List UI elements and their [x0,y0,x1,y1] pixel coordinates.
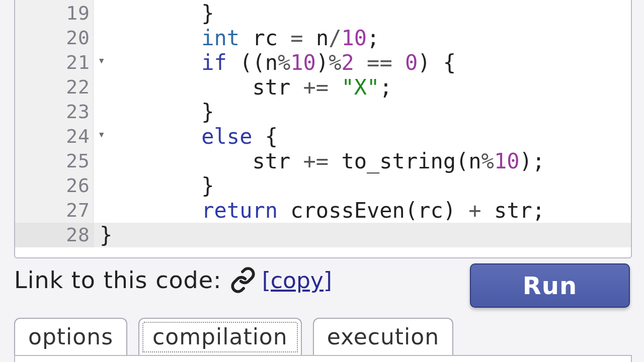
line-number: 22 [15,75,93,100]
editor-code-area[interactable]: return str; } int rc = n/10; if ((n%10)%… [94,0,631,247]
tab-compilation[interactable]: compilation [138,318,302,356]
tab-options[interactable]: options [14,318,127,356]
line-number: 26 [15,173,93,198]
line-number: 23 [15,100,93,124]
line-number: 25 [15,149,93,173]
code-line[interactable]: } [100,173,631,198]
code-editor[interactable]: 18192021▾222324▾25262728 return str; } i… [14,0,632,258]
code-line[interactable]: return crossEven(rc) + str; [100,198,631,223]
line-number: 21▾ [15,50,93,75]
editor-gutter: 18192021▾222324▾25262728 [15,0,94,247]
code-line[interactable]: str += to_string(n%10); [100,149,631,173]
code-line[interactable]: } [100,1,631,26]
code-line[interactable]: str += "X"; [100,75,631,100]
line-number: 20 [15,26,93,50]
code-line[interactable]: } [100,100,631,124]
copy-link[interactable]: [copy] [262,267,332,293]
run-button[interactable]: Run [470,263,630,308]
line-number: 24▾ [15,124,93,149]
code-line[interactable]: int rc = n/10; [100,26,631,50]
line-number: 28 [15,223,93,247]
code-line[interactable]: if ((n%10)%2 == 0) { [100,50,631,75]
tab-execution[interactable]: execution [313,318,453,356]
link-icon [230,267,256,293]
fold-toggle-icon[interactable]: ▾ [98,122,105,146]
code-line[interactable]: else { [100,124,631,149]
output-panel [14,355,632,362]
link-to-code-label: Link to this code: [14,266,222,294]
line-number: 27 [15,198,93,223]
fold-toggle-icon[interactable]: ▾ [98,48,105,72]
tabs-row: optionscompilationexecution [14,318,453,356]
line-number: 19 [15,1,93,26]
code-line[interactable]: } [94,223,631,247]
